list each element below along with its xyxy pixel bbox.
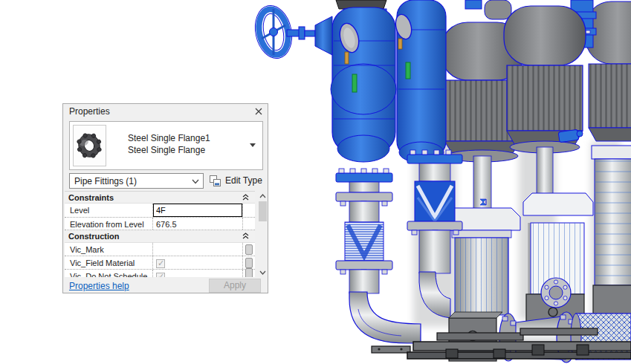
grid-scrollbar[interactable]	[258, 191, 268, 277]
row-button-strip	[242, 256, 255, 269]
valve-stem	[287, 30, 300, 36]
checkbox-checked-disabled[interactable]: ✓	[156, 259, 165, 268]
green-tag-1	[352, 74, 357, 92]
category-constraints-label: Constraints	[68, 193, 114, 202]
property-value-cell[interactable]: 676.5	[153, 218, 242, 230]
filter-dropdown[interactable]: Pipe Fittings (1)	[69, 173, 204, 189]
close-icon	[255, 108, 262, 115]
checkbox-checked-disabled[interactable]: ✓	[156, 273, 165, 277]
collapse-chevrons-icon[interactable]	[242, 233, 249, 239]
valve-assembly	[250, 0, 446, 163]
scrollbar-thumb[interactable]	[259, 201, 267, 221]
type-name: Steel Single Flange	[128, 144, 210, 156]
cell-browse-button[interactable]	[245, 268, 253, 277]
type-family-name: Steel Single Flange1	[128, 132, 210, 144]
flange-thumbnail-icon	[74, 126, 106, 166]
fan-cover-top	[485, 0, 511, 19]
property-label: Vic_Mark	[65, 243, 153, 256]
property-row-level: Level	[65, 204, 255, 218]
level-value-editor[interactable]	[153, 204, 242, 217]
blue-cap	[465, 0, 482, 9]
edit-type-button[interactable]: Edit Type	[209, 172, 262, 189]
property-row-vic-do-not-schedule: Vic_Do Not Schedule ✓	[65, 270, 255, 277]
property-label: Level	[65, 204, 153, 217]
property-value-cell[interactable]	[153, 243, 242, 256]
property-row-vic-field-material: Vic_Field Material ✓	[65, 256, 255, 270]
properties-help-link[interactable]: Properties help	[69, 281, 129, 291]
scroll-down-button[interactable]	[258, 267, 268, 277]
green-tag-2	[406, 62, 410, 79]
row-button-strip	[242, 204, 255, 217]
row-button-strip	[242, 243, 255, 256]
property-label: Vic_Field Material	[65, 256, 153, 269]
property-row-vic-mark: Vic_Mark	[65, 243, 255, 256]
pipe-column-a	[336, 169, 392, 293]
edit-type-icon	[209, 175, 221, 187]
type-selector[interactable]: Steel Single Flange1 Steel Single Flange	[69, 121, 263, 170]
apply-button[interactable]: Apply	[209, 279, 261, 293]
motor-2	[504, 6, 586, 199]
property-row-elevation: Elevation from Level 676.5	[65, 218, 255, 230]
cell-browse-button[interactable]	[245, 244, 253, 255]
scroll-up-icon	[259, 194, 266, 198]
type-dropdown-arrow-icon[interactable]	[250, 143, 256, 147]
category-construction-label: Construction	[68, 232, 119, 241]
property-label: Elevation from Level	[65, 218, 153, 230]
pump-2	[523, 193, 593, 331]
property-label: Vic_Do Not Schedule	[65, 270, 153, 277]
scroll-up-button[interactable]	[258, 191, 268, 201]
row-button-strip	[242, 270, 255, 277]
property-value-cell: ✓	[153, 270, 242, 277]
type-thumbnail	[73, 125, 106, 166]
close-button[interactable]	[253, 105, 265, 117]
category-constraints[interactable]: Constraints	[65, 192, 255, 204]
chevron-down-icon	[192, 179, 199, 184]
panel-title-bar[interactable]: Properties	[63, 104, 268, 119]
property-value-cell: ✓	[153, 256, 242, 269]
collapse-chevrons-icon[interactable]	[242, 194, 249, 201]
filter-dropdown-value: Pipe Fittings (1)	[74, 176, 137, 186]
check-icon: ✓	[158, 272, 164, 277]
edit-type-label: Edit Type	[225, 175, 262, 186]
pump-3	[592, 146, 631, 321]
category-construction[interactable]: Construction	[65, 230, 255, 243]
scroll-down-icon	[259, 270, 266, 275]
cell-browse-button[interactable]	[245, 258, 253, 268]
property-grid: Constraints Level Elevation from Level 6…	[65, 191, 255, 277]
properties-palette: Properties St	[62, 103, 268, 293]
panel-title: Properties	[69, 106, 110, 117]
property-value-cell	[153, 204, 242, 217]
pump-1	[446, 199, 520, 316]
row-button-strip	[242, 218, 255, 230]
check-icon: ✓	[158, 259, 164, 268]
